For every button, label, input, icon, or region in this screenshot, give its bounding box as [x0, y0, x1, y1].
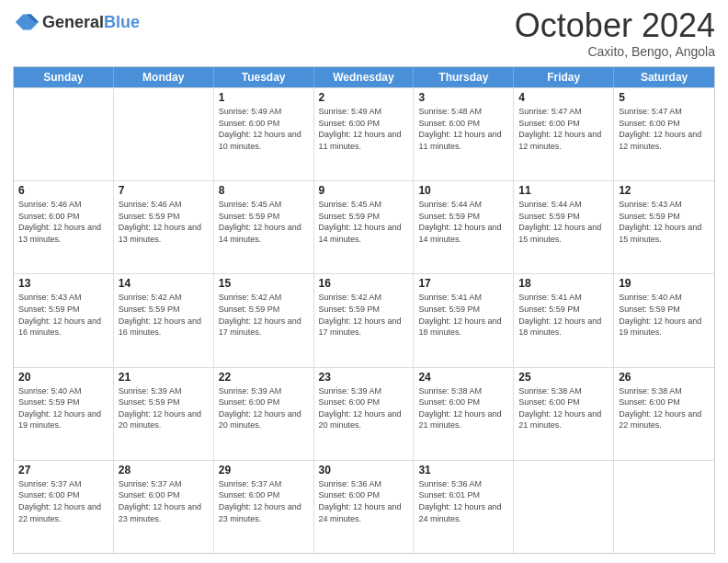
week-2: 6Sunrise: 5:46 AM Sunset: 6:00 PM Daylig…: [14, 180, 714, 273]
page: GeneralBlue October 2024 Caxito, Bengo, …: [0, 0, 728, 563]
table-row: 18Sunrise: 5:41 AM Sunset: 5:59 PM Dayli…: [514, 274, 614, 366]
day-info: Sunrise: 5:41 AM Sunset: 5:59 PM Dayligh…: [418, 292, 508, 338]
day-number: 4: [518, 91, 609, 104]
day-info: Sunrise: 5:46 AM Sunset: 5:59 PM Dayligh…: [119, 199, 209, 245]
day-info: Sunrise: 5:44 AM Sunset: 5:59 PM Dayligh…: [418, 199, 508, 245]
day-info: Sunrise: 5:37 AM Sunset: 6:00 PM Dayligh…: [119, 478, 209, 524]
day-number: 24: [418, 371, 508, 384]
day-number: 18: [518, 277, 609, 290]
header: GeneralBlue October 2024 Caxito, Bengo, …: [13, 9, 715, 59]
logo: GeneralBlue: [13, 9, 140, 35]
calendar-body: 1Sunrise: 5:49 AM Sunset: 6:00 PM Daylig…: [14, 87, 714, 553]
table-row: 29Sunrise: 5:37 AM Sunset: 6:00 PM Dayli…: [214, 461, 314, 553]
day-info: Sunrise: 5:42 AM Sunset: 5:59 PM Dayligh…: [119, 292, 209, 338]
day-info: Sunrise: 5:43 AM Sunset: 5:59 PM Dayligh…: [18, 292, 108, 338]
day-info: Sunrise: 5:43 AM Sunset: 5:59 PM Dayligh…: [619, 199, 710, 245]
logo-icon: [13, 9, 39, 35]
title-block: October 2024 Caxito, Bengo, Angola: [515, 9, 715, 59]
day-info: Sunrise: 5:39 AM Sunset: 6:00 PM Dayligh…: [319, 385, 409, 431]
col-wednesday: Wednesday: [314, 67, 415, 87]
day-number: 23: [319, 371, 409, 384]
table-row: 9Sunrise: 5:45 AM Sunset: 5:59 PM Daylig…: [314, 181, 415, 273]
day-info: Sunrise: 5:49 AM Sunset: 6:00 PM Dayligh…: [319, 106, 409, 152]
logo-general: General: [42, 13, 104, 31]
day-info: Sunrise: 5:40 AM Sunset: 5:59 PM Dayligh…: [619, 292, 710, 338]
logo-blue: Blue: [104, 13, 140, 31]
table-row: 20Sunrise: 5:40 AM Sunset: 5:59 PM Dayli…: [14, 368, 114, 460]
day-info: Sunrise: 5:39 AM Sunset: 6:00 PM Dayligh…: [219, 385, 309, 431]
day-number: 11: [518, 184, 609, 197]
col-saturday: Saturday: [614, 67, 714, 87]
table-row: 22Sunrise: 5:39 AM Sunset: 6:00 PM Dayli…: [214, 368, 314, 460]
table-row: 1Sunrise: 5:49 AM Sunset: 6:00 PM Daylig…: [214, 88, 314, 180]
day-info: Sunrise: 5:42 AM Sunset: 5:59 PM Dayligh…: [219, 292, 309, 338]
table-row: 16Sunrise: 5:42 AM Sunset: 5:59 PM Dayli…: [314, 274, 415, 366]
day-number: 10: [418, 184, 508, 197]
day-number: 28: [119, 464, 209, 477]
table-row: 21Sunrise: 5:39 AM Sunset: 5:59 PM Dayli…: [114, 368, 214, 460]
col-thursday: Thursday: [414, 67, 514, 87]
day-info: Sunrise: 5:46 AM Sunset: 6:00 PM Dayligh…: [18, 199, 108, 245]
day-number: 29: [219, 464, 309, 477]
day-info: Sunrise: 5:39 AM Sunset: 5:59 PM Dayligh…: [119, 385, 209, 431]
day-number: 25: [518, 371, 609, 384]
day-info: Sunrise: 5:44 AM Sunset: 5:59 PM Dayligh…: [518, 199, 609, 245]
week-1: 1Sunrise: 5:49 AM Sunset: 6:00 PM Daylig…: [14, 87, 714, 180]
table-row: 28Sunrise: 5:37 AM Sunset: 6:00 PM Dayli…: [114, 461, 214, 553]
day-info: Sunrise: 5:38 AM Sunset: 6:00 PM Dayligh…: [518, 385, 609, 431]
table-row: 26Sunrise: 5:38 AM Sunset: 6:00 PM Dayli…: [614, 368, 714, 460]
day-info: Sunrise: 5:36 AM Sunset: 6:00 PM Dayligh…: [319, 478, 409, 524]
day-info: Sunrise: 5:38 AM Sunset: 6:00 PM Dayligh…: [619, 385, 710, 431]
day-info: Sunrise: 5:37 AM Sunset: 6:00 PM Dayligh…: [18, 478, 108, 524]
table-row: 25Sunrise: 5:38 AM Sunset: 6:00 PM Dayli…: [514, 368, 614, 460]
day-number: 13: [18, 277, 108, 290]
table-row: 30Sunrise: 5:36 AM Sunset: 6:00 PM Dayli…: [314, 461, 415, 553]
day-number: 8: [219, 184, 309, 197]
table-row: 17Sunrise: 5:41 AM Sunset: 5:59 PM Dayli…: [414, 274, 514, 366]
day-number: 6: [18, 184, 108, 197]
day-info: Sunrise: 5:41 AM Sunset: 5:59 PM Dayligh…: [518, 292, 609, 338]
table-row: 27Sunrise: 5:37 AM Sunset: 6:00 PM Dayli…: [14, 461, 114, 553]
month-title: October 2024: [515, 9, 715, 42]
day-number: 27: [18, 464, 108, 477]
day-number: 21: [119, 371, 209, 384]
day-number: 2: [319, 91, 409, 104]
table-row: [14, 88, 114, 180]
day-number: 19: [619, 277, 710, 290]
day-number: 20: [18, 371, 108, 384]
table-row: 12Sunrise: 5:43 AM Sunset: 5:59 PM Dayli…: [614, 181, 714, 273]
table-row: [614, 461, 714, 553]
day-number: 22: [219, 371, 309, 384]
day-number: 7: [119, 184, 209, 197]
col-friday: Friday: [514, 67, 614, 87]
calendar-header: Sunday Monday Tuesday Wednesday Thursday…: [14, 67, 714, 87]
table-row: 31Sunrise: 5:36 AM Sunset: 6:01 PM Dayli…: [414, 461, 514, 553]
day-number: 1: [219, 91, 309, 104]
table-row: 15Sunrise: 5:42 AM Sunset: 5:59 PM Dayli…: [214, 274, 314, 366]
table-row: 2Sunrise: 5:49 AM Sunset: 6:00 PM Daylig…: [314, 88, 415, 180]
table-row: 11Sunrise: 5:44 AM Sunset: 5:59 PM Dayli…: [514, 181, 614, 273]
table-row: 13Sunrise: 5:43 AM Sunset: 5:59 PM Dayli…: [14, 274, 114, 366]
day-info: Sunrise: 5:45 AM Sunset: 5:59 PM Dayligh…: [319, 199, 409, 245]
table-row: 19Sunrise: 5:40 AM Sunset: 5:59 PM Dayli…: [614, 274, 714, 366]
day-info: Sunrise: 5:47 AM Sunset: 6:00 PM Dayligh…: [619, 106, 710, 152]
table-row: 6Sunrise: 5:46 AM Sunset: 6:00 PM Daylig…: [14, 181, 114, 273]
table-row: [514, 461, 614, 553]
day-number: 15: [219, 277, 309, 290]
week-3: 13Sunrise: 5:43 AM Sunset: 5:59 PM Dayli…: [14, 273, 714, 366]
day-info: Sunrise: 5:42 AM Sunset: 5:59 PM Dayligh…: [319, 292, 409, 338]
day-number: 9: [319, 184, 409, 197]
calendar: Sunday Monday Tuesday Wednesday Thursday…: [13, 66, 715, 554]
day-info: Sunrise: 5:37 AM Sunset: 6:00 PM Dayligh…: [219, 478, 309, 524]
day-number: 12: [619, 184, 710, 197]
week-5: 27Sunrise: 5:37 AM Sunset: 6:00 PM Dayli…: [14, 460, 714, 553]
day-number: 14: [119, 277, 209, 290]
table-row: 14Sunrise: 5:42 AM Sunset: 5:59 PM Dayli…: [114, 274, 214, 366]
day-number: 30: [319, 464, 409, 477]
day-number: 5: [619, 91, 710, 104]
table-row: 24Sunrise: 5:38 AM Sunset: 6:00 PM Dayli…: [414, 368, 514, 460]
day-number: 3: [418, 91, 508, 104]
table-row: 5Sunrise: 5:47 AM Sunset: 6:00 PM Daylig…: [614, 88, 714, 180]
col-sunday: Sunday: [14, 67, 114, 87]
day-info: Sunrise: 5:36 AM Sunset: 6:01 PM Dayligh…: [418, 478, 508, 524]
